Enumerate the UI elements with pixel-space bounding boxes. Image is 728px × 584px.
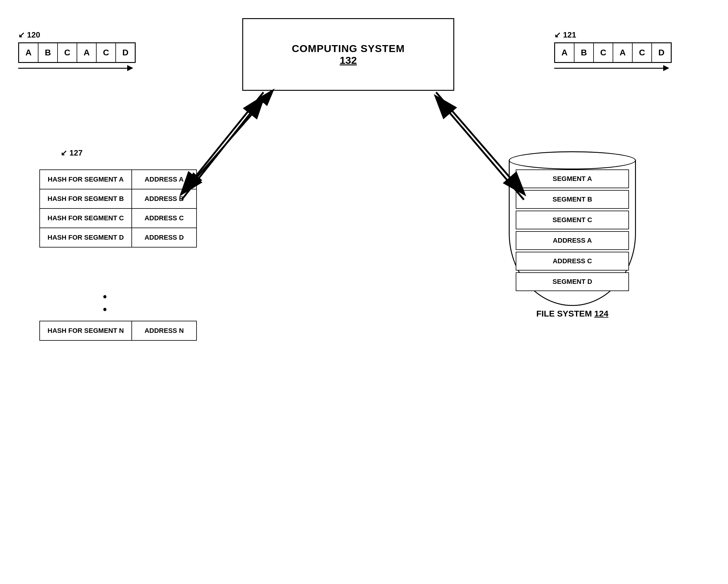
fs-row: SEGMENT A xyxy=(516,169,629,188)
address-cell-label: ADDRESS D xyxy=(132,228,196,247)
svg-line-2 xyxy=(188,91,272,188)
hash-cell-label: HASH FOR SEGMENT A xyxy=(40,170,132,189)
seq-cell: C xyxy=(96,43,116,62)
computing-id: 132 xyxy=(292,54,405,66)
file-system-cylinder: SEGMENT ASEGMENT BSEGMENT CADDRESS AADDR… xyxy=(509,151,636,318)
fs-row: SEGMENT D xyxy=(516,272,629,291)
label-120: ↙ 120 xyxy=(18,30,40,39)
output-arrow xyxy=(554,65,669,71)
seq-cell: B xyxy=(38,43,57,62)
filesystem-label: FILE SYSTEM 124 xyxy=(509,309,636,318)
ellipsis: •• xyxy=(103,290,108,316)
hash-row: HASH FOR SEGMENT BADDRESS B xyxy=(40,189,196,209)
seq-cell: D xyxy=(652,43,671,62)
address-cell-label: ADDRESS C xyxy=(132,209,196,227)
hash-cell-label: HASH FOR SEGMENT D xyxy=(40,228,132,247)
seq-cell: B xyxy=(574,43,594,62)
fs-row: SEGMENT B xyxy=(516,190,629,209)
seq-cell: C xyxy=(632,43,652,62)
hash-table-label: ↙ 127 xyxy=(60,148,83,158)
seq-cell: A xyxy=(77,43,96,62)
computing-system-box: COMPUTING SYSTEM 132 xyxy=(242,18,454,91)
seq-cell: A xyxy=(555,43,574,62)
fs-row: SEGMENT C xyxy=(516,211,629,229)
cylinder-top xyxy=(509,151,636,169)
address-cell-label: ADDRESS A xyxy=(132,170,196,189)
hash-table-bottom: HASH FOR SEGMENT N ADDRESS N xyxy=(40,321,197,341)
hash-cell-label: HASH FOR SEGMENT B xyxy=(40,189,132,208)
seq-cell: D xyxy=(116,43,135,62)
address-cell-label: ADDRESS B xyxy=(132,189,196,208)
label-121: ↙ 121 xyxy=(554,30,576,39)
address-n-label: ADDRESS N xyxy=(132,321,196,340)
cylinder-body: SEGMENT ASEGMENT BSEGMENT CADDRESS AADDR… xyxy=(509,160,636,306)
output-sequence: ABCACD xyxy=(554,43,672,63)
input-arrow xyxy=(18,65,133,71)
hash-row: HASH FOR SEGMENT AADDRESS A xyxy=(40,170,196,189)
hash-row: HASH FOR SEGMENT CADDRESS C xyxy=(40,209,196,228)
seq-cell: A xyxy=(613,43,632,62)
svg-line-3 xyxy=(188,91,272,188)
hash-table: HASH FOR SEGMENT AADDRESS AHASH FOR SEGM… xyxy=(40,169,197,248)
seq-cell: C xyxy=(594,43,613,62)
hash-row: HASH FOR SEGMENT DADDRESS D xyxy=(40,228,196,247)
computing-label: COMPUTING SYSTEM xyxy=(292,43,405,54)
hash-n-label: HASH FOR SEGMENT N xyxy=(40,321,132,340)
input-sequence: ABCACD xyxy=(18,43,136,63)
seq-cell: C xyxy=(57,43,77,62)
seq-cell: A xyxy=(19,43,38,62)
hash-cell-label: HASH FOR SEGMENT C xyxy=(40,209,132,227)
fs-row: ADDRESS C xyxy=(516,252,629,271)
fs-row: ADDRESS A xyxy=(516,231,629,250)
